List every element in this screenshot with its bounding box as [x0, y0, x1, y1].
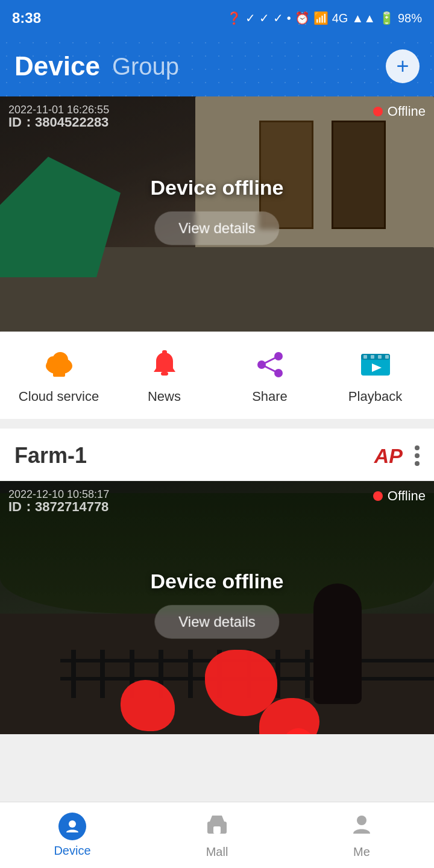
- share-icon: [252, 347, 288, 383]
- camera-view-1[interactable]: 2022-11-01 16:26:55 ID：3804522283 Offlin…: [0, 96, 434, 332]
- status-bar: 8:38 ❓ ✓ ✓ ✓ • ⏰ 📶 4G ▲▲ 🔋 98%: [0, 0, 434, 36]
- svg-line-11: [262, 365, 278, 373]
- status-icons: ❓ ✓ ✓ ✓ • ⏰ 📶 4G ▲▲ 🔋 98%: [227, 11, 422, 25]
- device-card-farm1: Farm-1 AP: [0, 429, 434, 734]
- dot2: [415, 453, 420, 458]
- offline-text-1: Device offline: [150, 176, 283, 200]
- farm-title: Farm-1: [14, 443, 87, 468]
- cloud-svg: [42, 348, 76, 382]
- view-details-btn-2[interactable]: View details: [154, 605, 280, 639]
- signal-label: 4G: [332, 11, 348, 25]
- me-icon-svg: [350, 812, 374, 836]
- check-icon1: ✓: [245, 11, 256, 25]
- share-svg: [253, 348, 287, 382]
- bottom-nav: Device Mall Me: [0, 802, 434, 868]
- offline-label-1: Offline: [388, 104, 426, 119]
- camera-id-1: ID：3804522283: [8, 113, 108, 131]
- dot1: [415, 445, 420, 450]
- svg-rect-21: [213, 826, 221, 834]
- header-group-tab[interactable]: Group: [112, 53, 179, 80]
- nav-me-label: Me: [353, 845, 370, 859]
- ap-badge: AP: [374, 444, 403, 468]
- svg-rect-3: [53, 368, 65, 377]
- svg-rect-16: [378, 355, 382, 359]
- alarm-icon: ⏰: [295, 11, 310, 25]
- dot3: [415, 461, 420, 466]
- battery-percent: 98%: [398, 11, 422, 25]
- news-svg: [148, 348, 181, 382]
- offline-dot-2: [373, 491, 383, 501]
- offline-badge-2: Offline: [373, 488, 426, 504]
- add-button[interactable]: +: [386, 49, 420, 83]
- playback-label: Playback: [348, 389, 402, 404]
- playback-icon: [357, 347, 394, 383]
- offline-badge-1: Offline: [373, 104, 426, 119]
- playback-svg: [359, 348, 392, 382]
- camera-id-2: ID：3872714778: [8, 498, 108, 516]
- news-icon: [146, 347, 183, 383]
- camera-center-1: Device offline View details: [150, 176, 283, 245]
- mall-icon-svg: [205, 812, 229, 836]
- camera-center-2: Device offline View details: [150, 570, 283, 639]
- playback-action[interactable]: Playback: [333, 347, 418, 404]
- cloud-service-action[interactable]: Cloud service: [17, 347, 101, 404]
- nav-mall[interactable]: Mall: [169, 812, 265, 859]
- nav-me[interactable]: Me: [313, 812, 410, 859]
- signal-bars: ▲▲: [351, 11, 376, 25]
- svg-point-22: [357, 816, 366, 825]
- farm-right: AP: [374, 444, 420, 468]
- svg-rect-15: [371, 355, 374, 359]
- nav-mall-label: Mall: [206, 845, 228, 859]
- cloud-service-label: Cloud service: [19, 389, 99, 404]
- svg-rect-17: [385, 355, 389, 359]
- check-icon3: ✓: [273, 11, 283, 25]
- svg-rect-6: [162, 350, 167, 354]
- header: Device Group +: [0, 36, 434, 96]
- wifi-icon: ❓: [227, 11, 242, 25]
- view-details-btn-1[interactable]: View details: [154, 212, 280, 245]
- device-card-1: 2022-11-01 16:26:55 ID：3804522283 Offlin…: [0, 96, 434, 419]
- camera-view-2[interactable]: 2022-12-10 10:58:17 ID：3872714778 Offlin…: [0, 481, 434, 734]
- svg-line-10: [262, 356, 278, 365]
- main-content: 2022-11-01 16:26:55 ID：3804522283 Offlin…: [0, 96, 434, 816]
- offline-dot-1: [373, 107, 383, 116]
- share-action[interactable]: Share: [228, 347, 312, 404]
- nav-device[interactable]: Device: [24, 813, 121, 858]
- me-icon: [350, 812, 374, 841]
- battery-icon: 🔋: [379, 11, 394, 25]
- news-action[interactable]: News: [122, 347, 207, 404]
- more-options-button[interactable]: [415, 445, 420, 466]
- check-icon2: ✓: [259, 11, 269, 25]
- svg-point-2: [52, 352, 68, 368]
- device-icon-svg: [64, 818, 81, 835]
- status-time: 8:38: [12, 10, 41, 27]
- mall-icon: [205, 812, 229, 841]
- offline-label-2: Offline: [388, 488, 426, 504]
- news-label: News: [148, 389, 181, 404]
- farm-header: Farm-1 AP: [0, 429, 434, 481]
- share-label: Share: [252, 389, 288, 404]
- dot-indicator: •: [287, 11, 291, 25]
- header-device-tab[interactable]: Device: [14, 51, 100, 81]
- device-nav-icon: [58, 813, 86, 840]
- svg-rect-14: [363, 355, 367, 359]
- svg-point-19: [69, 820, 76, 828]
- nav-device-label: Device: [54, 844, 90, 858]
- wifi-icon2: 📶: [313, 11, 329, 25]
- cloud-service-icon: [41, 347, 77, 383]
- offline-text-2: Device offline: [150, 570, 283, 593]
- svg-rect-4: [161, 372, 168, 376]
- quick-actions: Cloud service News: [0, 332, 434, 419]
